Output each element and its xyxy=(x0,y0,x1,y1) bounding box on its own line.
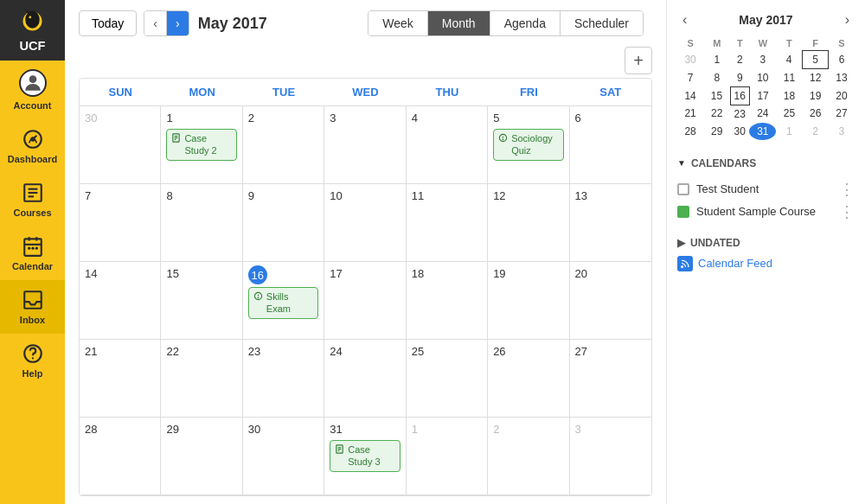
table-row[interactable]: 14 xyxy=(80,262,161,340)
list-item[interactable]: 11 xyxy=(776,69,802,87)
table-row[interactable]: 21 xyxy=(80,340,161,418)
list-item[interactable]: 6 xyxy=(829,51,855,69)
list-item[interactable]: 15 xyxy=(703,86,730,105)
list-item[interactable]: 14 xyxy=(677,86,703,105)
list-item[interactable]: 30 xyxy=(730,123,749,140)
tab-month[interactable]: Month xyxy=(428,11,490,35)
mini-prev-button[interactable]: ‹ xyxy=(677,10,692,29)
table-row[interactable]: 2 xyxy=(243,106,324,184)
list-item[interactable]: 28 xyxy=(677,123,703,140)
list-item[interactable]: 26 xyxy=(803,105,829,123)
sidebar-item-inbox[interactable]: Inbox xyxy=(0,280,65,334)
sidebar-item-calendar[interactable]: Calendar xyxy=(0,226,65,280)
list-item[interactable]: 27 xyxy=(829,105,855,123)
list-item[interactable]: 3 xyxy=(829,123,855,140)
tab-agenda[interactable]: Agenda xyxy=(490,11,561,35)
list-item[interactable]: 1 xyxy=(703,51,730,69)
table-row[interactable]: 4 xyxy=(407,106,488,184)
quiz-icon xyxy=(498,133,508,145)
list-item[interactable]: 5 xyxy=(803,51,829,69)
test-student-menu[interactable]: ⋮ xyxy=(839,182,855,197)
table-row[interactable]: 5 Sociology Quiz xyxy=(488,106,569,184)
list-item[interactable]: 22 xyxy=(703,105,730,123)
table-row[interactable]: 29 xyxy=(161,418,242,495)
table-row[interactable]: 15 xyxy=(161,262,242,340)
mini-next-button[interactable]: › xyxy=(840,10,855,29)
list-item[interactable]: 19 xyxy=(803,86,829,105)
list-item[interactable]: 7 xyxy=(677,69,703,87)
table-row[interactable]: 24 xyxy=(324,340,406,418)
list-item[interactable]: 24 xyxy=(749,105,776,123)
list-item[interactable]: 2 xyxy=(803,123,829,140)
list-item[interactable]: 1 xyxy=(776,123,802,140)
list-item[interactable]: 21 xyxy=(677,105,703,123)
event-case-study-2[interactable]: Case Study 2 xyxy=(166,129,236,161)
table-row[interactable]: 9 xyxy=(243,184,324,262)
table-row[interactable]: 3 xyxy=(570,418,651,495)
list-item[interactable]: 2 xyxy=(730,51,749,69)
table-row[interactable]: 30 xyxy=(243,418,324,495)
table-row[interactable]: 27 xyxy=(570,340,651,418)
test-student-checkbox[interactable] xyxy=(677,183,689,195)
list-item[interactable]: 31 xyxy=(749,123,776,140)
table-row[interactable]: 18 xyxy=(407,262,488,340)
prev-button[interactable]: ‹ xyxy=(144,11,167,35)
sidebar-item-courses[interactable]: Courses xyxy=(0,173,65,226)
list-item[interactable]: 13 xyxy=(829,69,855,87)
table-row[interactable]: 8 xyxy=(161,184,242,262)
list-item[interactable]: 23 xyxy=(730,105,749,123)
list-item[interactable]: 16 xyxy=(730,86,749,105)
svg-rect-19 xyxy=(24,291,42,309)
tab-week[interactable]: Week xyxy=(368,11,428,35)
table-row[interactable]: 31 Case Study 3 xyxy=(324,418,406,495)
table-row[interactable]: 25 xyxy=(407,340,488,418)
table-row[interactable]: 1 Case Study 2 xyxy=(161,106,242,184)
sidebar-item-dashboard[interactable]: Dashboard xyxy=(0,119,65,173)
list-item[interactable]: 9 xyxy=(730,69,749,87)
mini-day-f: F xyxy=(803,36,829,51)
sidebar-item-help[interactable]: Help xyxy=(0,334,65,387)
event-case-study-3[interactable]: Case Study 3 xyxy=(330,440,400,472)
sample-course-menu[interactable]: ⋮ xyxy=(839,204,855,220)
list-item[interactable]: 25 xyxy=(776,105,802,123)
list-item[interactable]: 12 xyxy=(803,69,829,87)
list-item[interactable]: 4 xyxy=(776,51,802,69)
calendar-header: Today ‹ › May 2017 Week Month Agenda Sch… xyxy=(79,10,652,36)
next-button[interactable]: › xyxy=(167,11,189,35)
list-item[interactable]: 18 xyxy=(776,86,802,105)
table-row[interactable]: 16 Skills Exam xyxy=(243,262,324,340)
calendar-feed-link[interactable]: Calendar Feed xyxy=(677,256,855,271)
add-event-button[interactable]: + xyxy=(625,47,652,74)
table-row[interactable]: 22 xyxy=(161,340,242,418)
table-row[interactable]: 1 xyxy=(407,418,488,495)
list-item[interactable]: 30 xyxy=(677,51,703,69)
event-sociology-quiz[interactable]: Sociology Quiz xyxy=(493,129,563,161)
list-item[interactable]: 10 xyxy=(749,69,776,87)
table-row[interactable]: 23 xyxy=(243,340,324,418)
list-item[interactable]: 20 xyxy=(829,86,855,105)
table-row[interactable]: 26 xyxy=(488,340,569,418)
table-row[interactable]: 13 xyxy=(570,184,651,262)
today-button[interactable]: Today xyxy=(79,10,137,36)
event-skills-exam[interactable]: Skills Exam xyxy=(248,287,318,319)
table-row[interactable]: 11 xyxy=(407,184,488,262)
list-item[interactable]: 3 xyxy=(749,51,776,69)
table-row[interactable]: 7 xyxy=(80,184,161,262)
table-row[interactable]: 20 xyxy=(570,262,651,340)
table-row[interactable]: 12 xyxy=(488,184,569,262)
table-row[interactable]: 30 xyxy=(80,106,161,184)
table-row[interactable]: 2 xyxy=(488,418,569,495)
table-row[interactable]: 19 xyxy=(488,262,569,340)
list-item[interactable]: 29 xyxy=(703,123,730,140)
tab-scheduler[interactable]: Scheduler xyxy=(561,11,643,35)
table-row[interactable]: 17 xyxy=(324,262,406,340)
sample-course-checkbox[interactable] xyxy=(677,206,689,218)
table-row[interactable]: 28 xyxy=(80,418,161,495)
table-row[interactable]: 6 xyxy=(570,106,651,184)
mini-day-m: M xyxy=(703,36,730,51)
list-item[interactable]: 8 xyxy=(703,69,730,87)
sidebar-item-account[interactable]: Account xyxy=(0,61,65,119)
list-item[interactable]: 17 xyxy=(749,86,776,105)
table-row[interactable]: 10 xyxy=(324,184,406,262)
table-row[interactable]: 3 xyxy=(324,106,406,184)
